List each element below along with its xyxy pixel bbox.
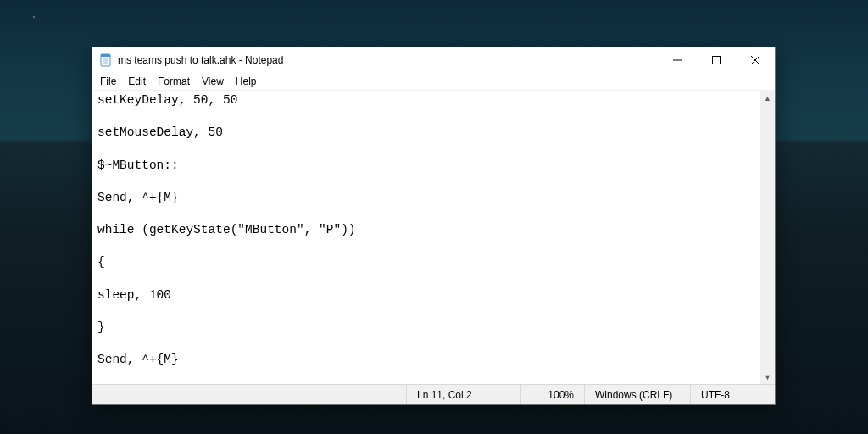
editor-area: setKeyDelay, 50, 50 setMouseDelay, 50 $~… bbox=[92, 90, 775, 384]
menu-format[interactable]: Format bbox=[152, 75, 196, 88]
status-zoom: 100% bbox=[521, 385, 585, 404]
status-cursor-position: Ln 11, Col 2 bbox=[407, 385, 521, 404]
minimize-button[interactable] bbox=[658, 47, 697, 73]
menu-file[interactable]: File bbox=[94, 75, 122, 88]
menu-view[interactable]: View bbox=[196, 75, 230, 88]
status-line-ending: Windows (CRLF) bbox=[585, 385, 691, 404]
menu-help[interactable]: Help bbox=[230, 75, 263, 88]
titlebar[interactable]: ms teams push to talk.ahk - Notepad bbox=[92, 47, 775, 73]
notepad-icon bbox=[99, 53, 113, 67]
menubar: File Edit Format View Help bbox=[92, 73, 775, 90]
statusbar: Ln 11, Col 2 100% Windows (CRLF) UTF-8 bbox=[92, 384, 775, 404]
maximize-button[interactable] bbox=[697, 47, 736, 73]
close-button[interactable] bbox=[736, 47, 775, 73]
scroll-up-icon[interactable]: ▲ bbox=[760, 91, 775, 105]
window-controls bbox=[658, 47, 775, 73]
scroll-down-icon[interactable]: ▼ bbox=[760, 370, 775, 384]
menu-edit[interactable]: Edit bbox=[122, 75, 152, 88]
status-encoding: UTF-8 bbox=[691, 385, 775, 404]
notepad-window: ms teams push to talk.ahk - Notepad File… bbox=[92, 47, 776, 405]
window-title: ms teams push to talk.ahk - Notepad bbox=[118, 54, 658, 66]
status-spacer bbox=[92, 385, 407, 404]
desktop-wallpaper: ms teams push to talk.ahk - Notepad File… bbox=[0, 0, 868, 434]
text-editor[interactable]: setKeyDelay, 50, 50 setMouseDelay, 50 $~… bbox=[92, 91, 775, 384]
svg-rect-6 bbox=[713, 57, 721, 64]
vertical-scrollbar[interactable]: ▲ ▼ bbox=[760, 91, 775, 384]
svg-rect-1 bbox=[101, 54, 110, 57]
